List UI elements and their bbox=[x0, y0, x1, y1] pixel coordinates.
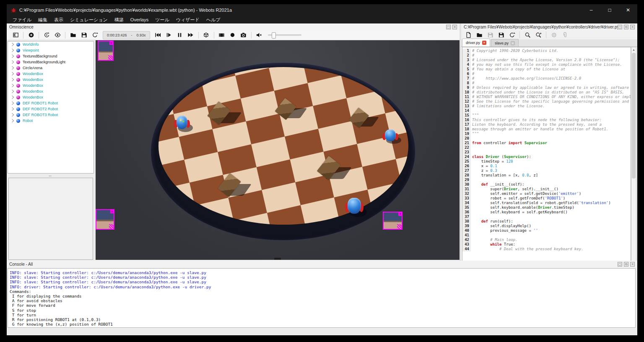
robot-1[interactable] bbox=[175, 115, 189, 130]
toggle-scene-tree-button[interactable] bbox=[10, 31, 21, 39]
expand-chevron-icon[interactable] bbox=[10, 84, 14, 87]
tree-item-circlearena[interactable]: CircleArena bbox=[8, 65, 93, 71]
expand-chevron-icon[interactable] bbox=[10, 66, 14, 70]
minimize-button[interactable]: – bbox=[582, 4, 600, 16]
camera-overlay-2[interactable]: ✕ bbox=[96, 209, 114, 230]
reload-world-button[interactable] bbox=[89, 31, 100, 39]
tree-item-def-robot1-robot[interactable]: DEF ROBOT1 Robot bbox=[8, 100, 93, 106]
vertical-scrollbar[interactable]: ▲ ▼ bbox=[631, 47, 636, 273]
close-button[interactable]: ✕ bbox=[630, 25, 635, 29]
volume-slider[interactable] bbox=[268, 34, 301, 36]
animation-record-button[interactable] bbox=[227, 31, 238, 39]
code-area[interactable]: 1# Copyright 1996-2020 Cyberbotics Ltd.2… bbox=[462, 47, 631, 273]
screenshot-camera-button[interactable] bbox=[238, 31, 249, 39]
robot-3[interactable] bbox=[346, 197, 362, 215]
maximize-button[interactable]: □ bbox=[600, 4, 619, 16]
robot-2[interactable] bbox=[384, 129, 397, 142]
expand-chevron-icon[interactable] bbox=[10, 107, 14, 111]
menu-item-8[interactable]: ウィザード bbox=[173, 16, 203, 23]
overlay-resize-handle[interactable] bbox=[397, 224, 402, 229]
expand-chevron-icon[interactable] bbox=[10, 119, 14, 122]
expand-chevron-icon[interactable] bbox=[10, 78, 14, 81]
overlay-close-icon[interactable]: ✕ bbox=[110, 210, 114, 213]
volume-slider-thumb[interactable] bbox=[272, 32, 276, 39]
tab-slave-py[interactable]: slave.py✕ bbox=[491, 39, 519, 47]
expand-chevron-icon[interactable] bbox=[10, 101, 14, 105]
scrollbar-thumb[interactable] bbox=[632, 53, 636, 179]
expand-chevron-icon[interactable] bbox=[10, 113, 14, 117]
close-button[interactable]: ✕ bbox=[619, 4, 637, 16]
overlay-resize-handle[interactable] bbox=[108, 55, 113, 60]
tree-item-worldinfo[interactable]: WorldInfo bbox=[8, 41, 93, 47]
tree-item-woodenbox[interactable]: WoodenBox bbox=[8, 94, 93, 100]
expand-chevron-icon[interactable] bbox=[10, 72, 14, 75]
overlay-close-icon[interactable]: ✕ bbox=[109, 41, 113, 45]
viewport-resize-handle[interactable] bbox=[274, 258, 281, 260]
save-as-button[interactable] bbox=[496, 31, 506, 39]
camera-overlay-1[interactable]: ✕ bbox=[98, 41, 114, 61]
movie-record-button[interactable] bbox=[216, 31, 227, 39]
tree-item-def-robot2-robot[interactable]: DEF ROBOT2 Robot bbox=[8, 106, 93, 112]
expand-chevron-icon[interactable] bbox=[10, 49, 14, 52]
restore-viewpoint-button[interactable] bbox=[52, 31, 63, 39]
maximize-button[interactable]: ⧉ bbox=[624, 262, 628, 267]
rendering-cube-button[interactable] bbox=[201, 31, 212, 39]
find-button[interactable] bbox=[522, 31, 533, 39]
float-window-button[interactable]: ▢ bbox=[618, 262, 622, 267]
scroll-up-arrow[interactable]: ▲ bbox=[631, 48, 636, 51]
wooden-box-3[interactable] bbox=[352, 110, 366, 126]
sound-mute-button[interactable] bbox=[254, 31, 265, 39]
expand-chevron-icon[interactable] bbox=[10, 60, 14, 64]
pause-button[interactable] bbox=[174, 31, 185, 39]
tree-item-viewpoint[interactable]: Viewpoint bbox=[8, 47, 93, 53]
tree-item-woodenbox[interactable]: WoodenBox bbox=[8, 71, 93, 77]
find-replace-button[interactable] bbox=[533, 31, 544, 39]
wooden-box-2[interactable] bbox=[278, 101, 293, 117]
tree-item-texturedbackground[interactable]: TexturedBackground bbox=[8, 53, 93, 59]
menu-item-2[interactable]: 編集 bbox=[35, 16, 51, 23]
expand-chevron-icon[interactable] bbox=[10, 43, 14, 46]
rewind-button[interactable] bbox=[153, 31, 164, 39]
maximize-button[interactable]: ⧉ bbox=[624, 25, 628, 29]
tree-item-woodenbox[interactable]: WoodenBox bbox=[8, 88, 93, 94]
open-file-button[interactable] bbox=[474, 31, 485, 39]
overlay-close-icon[interactable]: ✕ bbox=[398, 212, 402, 216]
preferences-gear-button[interactable] bbox=[548, 31, 559, 39]
reset-simulation-button[interactable] bbox=[41, 31, 52, 39]
tree-item-woodenbox[interactable]: WoodenBox bbox=[8, 83, 93, 88]
float-window-button[interactable]: ▢ bbox=[446, 25, 451, 29]
3d-viewport[interactable]: ✕✕✕ bbox=[96, 40, 460, 260]
fast-forward-button[interactable] bbox=[185, 31, 196, 39]
menu-item-9[interactable]: ヘルプ bbox=[203, 16, 224, 23]
float-window-button[interactable]: ▢ bbox=[618, 25, 622, 29]
expand-chevron-icon[interactable] bbox=[10, 54, 14, 58]
expand-chevron-icon[interactable] bbox=[10, 90, 14, 93]
overlay-resize-handle[interactable] bbox=[109, 224, 114, 229]
wooden-box-1[interactable] bbox=[211, 104, 226, 122]
tree-item-woodenbox[interactable]: WoodenBox bbox=[8, 77, 93, 83]
menu-item-6[interactable]: Overlays bbox=[127, 16, 152, 23]
tab-driver-py[interactable]: driver.py✕ bbox=[462, 39, 490, 47]
new-file-button[interactable] bbox=[463, 31, 474, 39]
open-world-button[interactable] bbox=[68, 31, 78, 39]
expand-chevron-icon[interactable] bbox=[10, 96, 14, 99]
tab-close-icon[interactable]: ✕ bbox=[511, 41, 515, 45]
attach-paperclip-button[interactable] bbox=[559, 31, 570, 39]
wooden-box-4[interactable] bbox=[321, 158, 336, 178]
tree-item-texturedbackgroundlight[interactable]: TexturedBackgroundLight bbox=[8, 59, 93, 65]
revert-file-button[interactable] bbox=[506, 31, 517, 39]
tab-close-icon[interactable]: ✕ bbox=[482, 41, 486, 45]
menu-item-3[interactable]: 表示 bbox=[51, 16, 67, 23]
tree-item-robot[interactable]: Robot bbox=[8, 118, 93, 124]
save-world-button[interactable] bbox=[78, 31, 89, 39]
menu-item-5[interactable]: 構築 bbox=[111, 16, 127, 23]
camera-overlay-3[interactable]: ✕ bbox=[383, 212, 402, 230]
tree-item-def-robot3-robot[interactable]: DEF ROBOT3 Robot bbox=[8, 112, 93, 118]
wooden-box-5[interactable] bbox=[222, 175, 236, 195]
close-button[interactable]: ✕ bbox=[630, 262, 635, 267]
menu-item-7[interactable]: ツール bbox=[152, 16, 173, 23]
save-file-button[interactable] bbox=[485, 31, 496, 39]
tree-splitter-handle[interactable]: ▪▪ bbox=[8, 174, 93, 177]
close-button[interactable]: ✕ bbox=[452, 25, 457, 29]
menu-item-1[interactable]: ファイル bbox=[9, 16, 35, 23]
